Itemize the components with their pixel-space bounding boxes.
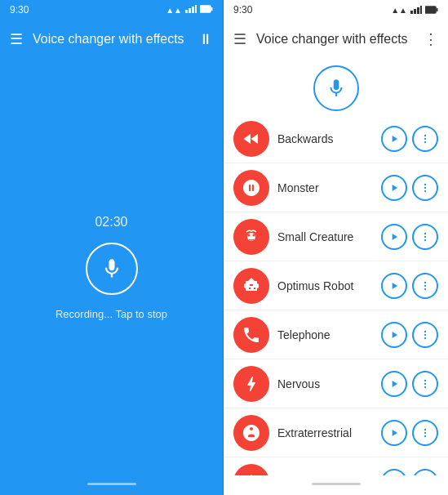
effect-actions-telephone <box>381 322 438 348</box>
svg-point-22 <box>424 235 426 237</box>
hamburger-icon[interactable]: ☰ <box>10 30 23 48</box>
more-button-monster[interactable] <box>412 175 438 201</box>
effect-name-small-creature: Small Creature <box>277 230 373 243</box>
more-button-backwards[interactable] <box>412 126 438 152</box>
play-button-monster[interactable] <box>381 175 407 201</box>
effect-actions-backwards <box>381 126 438 152</box>
effect-name-nervous: Nervous <box>277 377 373 390</box>
more-button-optimus-robot[interactable] <box>412 273 438 299</box>
svg-rect-2 <box>192 7 194 13</box>
svg-point-35 <box>424 435 426 436</box>
effect-item-nervous: Nervous <box>224 359 448 408</box>
effect-item-optimus-robot: Optimus Robot <box>224 261 448 310</box>
effect-actions-monster <box>381 175 438 201</box>
effect-name-backwards: Backwards <box>277 132 373 145</box>
effect-actions-cathedral <box>381 469 438 476</box>
right-screen: 9:30 ▲▲ <box>224 0 448 495</box>
svg-rect-8 <box>417 7 419 14</box>
effect-actions-extraterrestrial <box>381 420 438 446</box>
effect-actions-optimus-robot <box>381 273 438 299</box>
effect-item-backwards: Backwards <box>224 114 448 163</box>
left-app-bar: ☰ Voice changer with effects ⏸ <box>0 20 223 59</box>
svg-rect-10 <box>425 7 436 13</box>
timer-display: 02:30 <box>95 215 127 230</box>
svg-point-26 <box>424 288 426 289</box>
svg-point-23 <box>424 239 426 240</box>
svg-rect-0 <box>185 10 188 13</box>
svg-point-24 <box>424 281 426 283</box>
more-button-small-creature[interactable] <box>412 224 438 250</box>
effect-actions-nervous <box>381 371 438 397</box>
effect-icon-backwards <box>233 121 269 157</box>
right-signal-icon <box>410 2 422 17</box>
right-status-time: 9:30 <box>233 4 252 16</box>
more-button-extraterrestrial[interactable] <box>412 420 438 446</box>
svg-point-31 <box>424 382 426 384</box>
effect-icon-small-creature <box>233 219 269 255</box>
play-button-optimus-robot[interactable] <box>381 273 407 299</box>
recording-hint: Recording... Tap to stop <box>55 308 167 320</box>
right-status-bar: 9:30 ▲▲ <box>224 0 448 20</box>
right-wifi-icon: ▲▲ <box>391 6 407 15</box>
play-button-telephone[interactable] <box>381 322 407 348</box>
effect-name-monster: Monster <box>277 181 373 194</box>
svg-point-25 <box>424 284 426 286</box>
effect-name-optimus-robot: Optimus Robot <box>277 279 373 292</box>
svg-point-14 <box>424 140 426 142</box>
signal-icon <box>185 5 197 15</box>
more-button-cathedral[interactable] <box>412 469 438 476</box>
mic-button[interactable] <box>86 243 138 295</box>
svg-rect-9 <box>420 6 422 14</box>
effect-icon-monster <box>233 170 269 206</box>
play-button-small-creature[interactable] <box>381 224 407 250</box>
more-button-nervous[interactable] <box>412 371 438 397</box>
svg-point-19 <box>248 234 251 236</box>
left-status-icons: ▲▲ <box>166 5 213 15</box>
effect-icon-telephone <box>233 317 269 353</box>
effect-item-small-creature: Small Creature <box>224 212 448 261</box>
svg-rect-11 <box>437 8 438 11</box>
effect-icon-extraterrestrial <box>233 415 269 451</box>
svg-point-13 <box>424 137 426 139</box>
effect-item-telephone: Telephone <box>224 310 448 359</box>
play-button-nervous[interactable] <box>381 371 407 397</box>
mic-header <box>224 59 448 114</box>
more-options-icon[interactable]: ⋮ <box>424 30 438 48</box>
svg-point-28 <box>424 333 426 335</box>
svg-point-27 <box>424 330 426 332</box>
effect-name-extraterrestrial: Extraterrestrial <box>277 426 373 439</box>
svg-point-12 <box>424 134 426 136</box>
svg-rect-3 <box>195 5 197 13</box>
right-nav-indicator <box>312 483 361 485</box>
effect-name-telephone: Telephone <box>277 328 373 341</box>
mic-header-icon <box>326 78 347 99</box>
svg-point-21 <box>424 232 426 234</box>
left-screen: 9:30 ▲▲ <box>0 0 224 495</box>
left-status-time: 9:30 <box>10 4 29 16</box>
svg-point-20 <box>253 234 255 236</box>
svg-rect-4 <box>200 6 211 12</box>
svg-point-33 <box>424 428 426 430</box>
more-button-telephone[interactable] <box>412 322 438 348</box>
effect-icon-optimus-robot <box>233 268 269 304</box>
right-nav-bar <box>224 475 448 495</box>
wifi-icon: ▲▲ <box>166 6 182 15</box>
svg-rect-1 <box>189 8 191 13</box>
svg-point-34 <box>424 431 426 433</box>
play-button-cathedral[interactable] <box>381 469 407 476</box>
play-button-backwards[interactable] <box>381 126 407 152</box>
pause-icon[interactable]: ⏸ <box>198 31 213 48</box>
svg-rect-6 <box>410 11 413 14</box>
effect-actions-small-creature <box>381 224 438 250</box>
right-hamburger-icon[interactable]: ☰ <box>233 30 246 48</box>
effect-item-cathedral: Cathedral <box>224 457 448 475</box>
screens-container: 9:30 ▲▲ <box>0 0 448 495</box>
effect-item-extraterrestrial: Extraterrestrial <box>224 408 448 457</box>
svg-point-17 <box>424 190 426 191</box>
left-status-bar: 9:30 ▲▲ <box>0 0 223 20</box>
mic-header-button[interactable] <box>313 65 359 111</box>
svg-point-16 <box>424 186 426 188</box>
battery-icon <box>200 5 213 15</box>
play-button-extraterrestrial[interactable] <box>381 420 407 446</box>
left-nav-indicator <box>87 483 136 485</box>
